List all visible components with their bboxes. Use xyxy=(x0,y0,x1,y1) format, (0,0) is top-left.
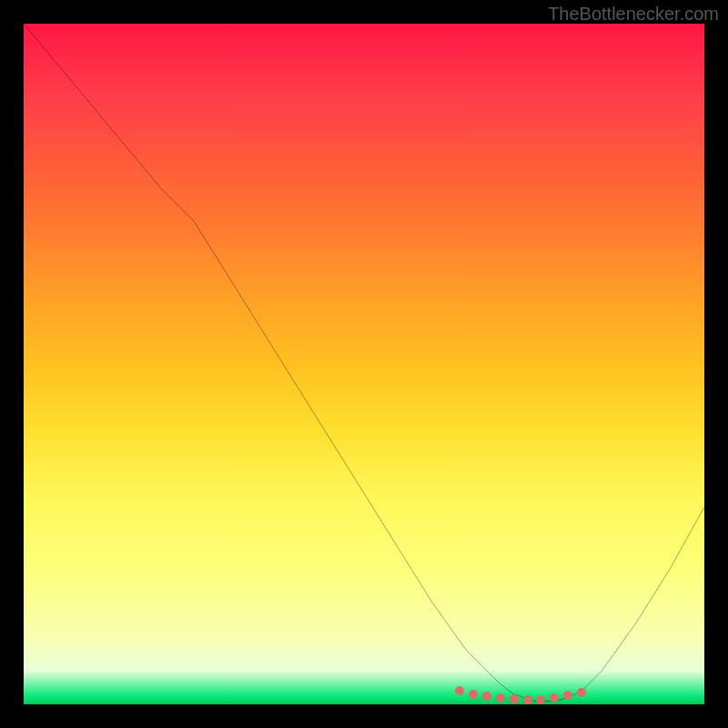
chart-marker-dot xyxy=(455,686,464,695)
chart-plot-area xyxy=(24,24,704,704)
chart-marker-dot xyxy=(482,692,491,701)
chart-marker-dot xyxy=(510,694,519,703)
chart-marker-dot xyxy=(563,691,572,700)
chart-marker-dot xyxy=(523,695,532,704)
chart-marker-dot xyxy=(550,693,559,703)
watermark-text: TheBottlenecker.com xyxy=(548,4,719,25)
chart-marker-dot xyxy=(536,695,545,704)
chart-marker-layer xyxy=(24,24,704,704)
chart-marker-dot xyxy=(469,690,478,699)
chart-marker-dot xyxy=(577,688,586,697)
chart-marker-dot xyxy=(496,693,505,703)
